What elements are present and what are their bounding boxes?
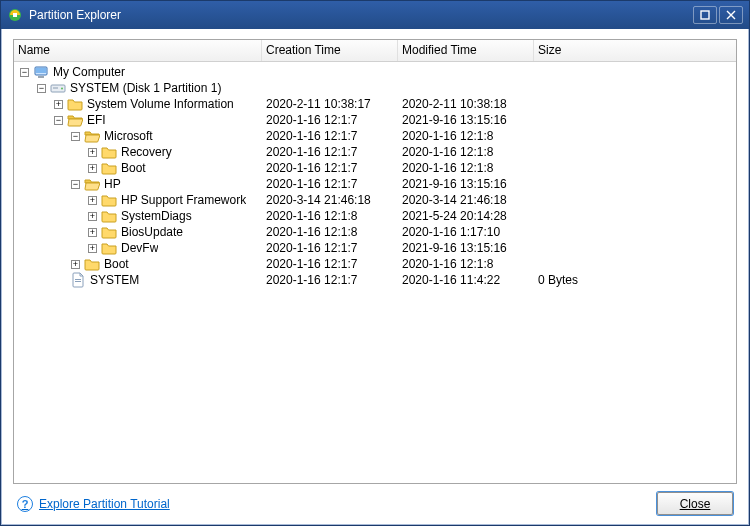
column-headers[interactable]: Name Creation Time Modified Time Size (14, 40, 736, 62)
collapse-icon[interactable]: − (54, 116, 63, 125)
folder-open-icon (67, 112, 83, 128)
tree-row[interactable]: +BiosUpdate2020-1-16 12:1:82020-1-16 1:1… (14, 224, 736, 240)
expand-icon[interactable]: + (88, 244, 97, 253)
node-label: Boot (121, 160, 146, 176)
modified-time-cell: 2020-1-16 12:1:8 (398, 256, 534, 272)
folder-icon (67, 96, 83, 112)
expand-icon[interactable]: + (54, 100, 63, 109)
name-cell[interactable]: +Boot (14, 256, 262, 272)
tree-row[interactable]: +System Volume Information2020-2-11 10:3… (14, 96, 736, 112)
tree-row[interactable]: −Microsoft2020-1-16 12:1:72020-1-16 12:1… (14, 128, 736, 144)
name-cell[interactable]: −My Computer (14, 64, 262, 80)
expand-icon[interactable]: + (88, 228, 97, 237)
modified-time-cell: 2020-2-11 10:38:18 (398, 96, 534, 112)
creation-time-cell: 2020-1-16 12:1:8 (262, 208, 398, 224)
help-link-label: Explore Partition Tutorial (39, 497, 170, 511)
name-cell[interactable]: −EFI (14, 112, 262, 128)
name-cell[interactable]: −SYSTEM (Disk 1 Partition 1) (14, 80, 262, 96)
close-button[interactable]: Close (657, 492, 733, 515)
help-link[interactable]: ? Explore Partition Tutorial (17, 496, 170, 512)
node-label: My Computer (53, 64, 125, 80)
tree-row[interactable]: +SystemDiags2020-1-16 12:1:82021-5-24 20… (14, 208, 736, 224)
folder-icon (101, 144, 117, 160)
title-bar[interactable]: Partition Explorer (1, 1, 749, 29)
creation-time-cell: 2020-1-16 12:1:7 (262, 256, 398, 272)
node-label: SYSTEM (Disk 1 Partition 1) (70, 80, 221, 96)
drive-icon (50, 80, 66, 96)
node-label: System Volume Information (87, 96, 234, 112)
collapse-icon[interactable]: − (20, 68, 29, 77)
folder-icon (101, 224, 117, 240)
col-creation-time[interactable]: Creation Time (262, 40, 398, 61)
folder-icon (101, 192, 117, 208)
creation-time-cell: 2020-1-16 12:1:8 (262, 224, 398, 240)
modified-time-cell: 2021-9-16 13:15:16 (398, 176, 534, 192)
expand-icon[interactable]: + (88, 164, 97, 173)
partition-explorer-window: Partition Explorer Name Creation Time Mo… (0, 0, 750, 526)
node-label: Recovery (121, 144, 172, 160)
creation-time-cell: 2020-1-16 12:1:7 (262, 112, 398, 128)
tree-view[interactable]: −My Computer−SYSTEM (Disk 1 Partition 1)… (14, 62, 736, 483)
name-cell[interactable]: −HP (14, 176, 262, 192)
tree-row[interactable]: SYSTEM2020-1-16 12:1:72020-1-16 11:4:220… (14, 272, 736, 288)
name-cell[interactable]: +DevFw (14, 240, 262, 256)
node-label: Microsoft (104, 128, 153, 144)
collapse-icon[interactable]: − (37, 84, 46, 93)
expand-icon[interactable]: + (88, 148, 97, 157)
name-cell[interactable]: +System Volume Information (14, 96, 262, 112)
tree-row[interactable]: +DevFw2020-1-16 12:1:72021-9-16 13:15:16 (14, 240, 736, 256)
tree-row[interactable]: −My Computer (14, 64, 736, 80)
col-size[interactable]: Size (534, 40, 736, 61)
app-icon (7, 7, 23, 23)
name-cell[interactable]: −Microsoft (14, 128, 262, 144)
name-cell[interactable]: +HP Support Framework (14, 192, 262, 208)
name-cell[interactable]: +BiosUpdate (14, 224, 262, 240)
name-cell[interactable]: SYSTEM (14, 272, 262, 288)
close-window-button[interactable] (719, 6, 743, 24)
expand-icon[interactable]: + (71, 260, 80, 269)
modified-time-cell: 2021-9-16 13:15:16 (398, 112, 534, 128)
node-label: SYSTEM (90, 272, 139, 288)
tree-row[interactable]: +HP Support Framework2020-3-14 21:46:182… (14, 192, 736, 208)
tree-row[interactable]: −SYSTEM (Disk 1 Partition 1) (14, 80, 736, 96)
node-label: DevFw (121, 240, 158, 256)
tree-row[interactable]: −EFI2020-1-16 12:1:72021-9-16 13:15:16 (14, 112, 736, 128)
creation-time-cell: 2020-1-16 12:1:7 (262, 176, 398, 192)
modified-time-cell: 2020-1-16 11:4:22 (398, 272, 534, 288)
tree-row[interactable]: −HP2020-1-16 12:1:72021-9-16 13:15:16 (14, 176, 736, 192)
client-area: Name Creation Time Modified Time Size −M… (1, 29, 749, 525)
name-cell[interactable]: +Boot (14, 160, 262, 176)
maximize-button[interactable] (693, 6, 717, 24)
name-cell[interactable]: +SystemDiags (14, 208, 262, 224)
tree-row[interactable]: +Recovery2020-1-16 12:1:72020-1-16 12:1:… (14, 144, 736, 160)
window-title: Partition Explorer (29, 8, 691, 22)
collapse-icon[interactable]: − (71, 180, 80, 189)
expand-icon[interactable]: + (88, 212, 97, 221)
creation-time-cell: 2020-1-16 12:1:7 (262, 144, 398, 160)
modified-time-cell: 2021-5-24 20:14:28 (398, 208, 534, 224)
node-label: HP Support Framework (121, 192, 246, 208)
modified-time-cell: 2020-1-16 12:1:8 (398, 160, 534, 176)
tree-spacer (54, 273, 68, 287)
creation-time-cell: 2020-2-11 10:38:17 (262, 96, 398, 112)
modified-time-cell: 2020-3-14 21:46:18 (398, 192, 534, 208)
name-cell[interactable]: +Recovery (14, 144, 262, 160)
node-label: HP (104, 176, 121, 192)
folder-icon (101, 160, 117, 176)
creation-time-cell: 2020-1-16 12:1:7 (262, 160, 398, 176)
collapse-icon[interactable]: − (71, 132, 80, 141)
help-icon: ? (17, 496, 33, 512)
col-modified-time[interactable]: Modified Time (398, 40, 534, 61)
col-name[interactable]: Name (14, 40, 262, 61)
tree-row[interactable]: +Boot2020-1-16 12:1:72020-1-16 12:1:8 (14, 160, 736, 176)
footer: ? Explore Partition Tutorial Close (13, 484, 737, 517)
folder-open-icon (84, 128, 100, 144)
node-label: BiosUpdate (121, 224, 183, 240)
creation-time-cell: 2020-1-16 12:1:7 (262, 128, 398, 144)
tree-row[interactable]: +Boot2020-1-16 12:1:72020-1-16 12:1:8 (14, 256, 736, 272)
creation-time-cell: 2020-3-14 21:46:18 (262, 192, 398, 208)
node-label: EFI (87, 112, 106, 128)
folder-icon (101, 240, 117, 256)
size-cell: 0 Bytes (534, 272, 736, 288)
expand-icon[interactable]: + (88, 196, 97, 205)
